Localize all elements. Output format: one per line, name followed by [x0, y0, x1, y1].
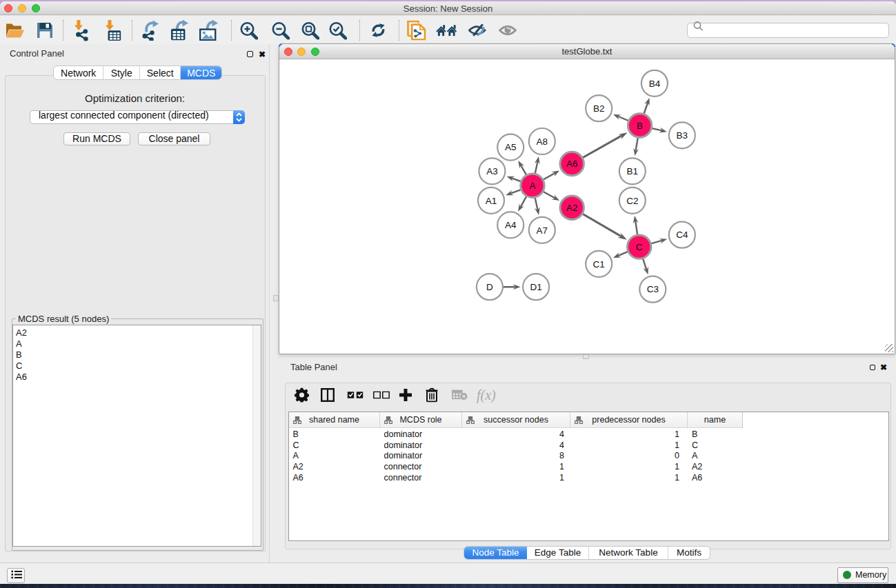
- svg-text:A8: A8: [537, 136, 548, 147]
- svg-text:A1: A1: [486, 196, 497, 206]
- svg-text:C2: C2: [626, 196, 638, 206]
- svg-text:B: B: [637, 121, 643, 131]
- svg-text:D1: D1: [530, 282, 541, 292]
- svg-text:B1: B1: [627, 166, 639, 176]
- svg-text:A6: A6: [566, 159, 578, 169]
- svg-text:C1: C1: [593, 259, 605, 270]
- svg-text:D: D: [486, 282, 493, 292]
- svg-text:C3: C3: [647, 284, 659, 294]
- svg-text:A4: A4: [505, 220, 517, 230]
- svg-text:A3: A3: [486, 166, 498, 176]
- svg-text:A: A: [529, 181, 535, 191]
- svg-text:C4: C4: [676, 230, 688, 240]
- svg-text:A7: A7: [537, 225, 548, 236]
- svg-text:A2: A2: [566, 203, 578, 213]
- svg-text:B2: B2: [593, 103, 605, 114]
- svg-text:B4: B4: [649, 79, 661, 89]
- svg-text:C: C: [636, 242, 643, 252]
- svg-text:B3: B3: [677, 130, 688, 141]
- svg-text:A5: A5: [505, 142, 517, 152]
